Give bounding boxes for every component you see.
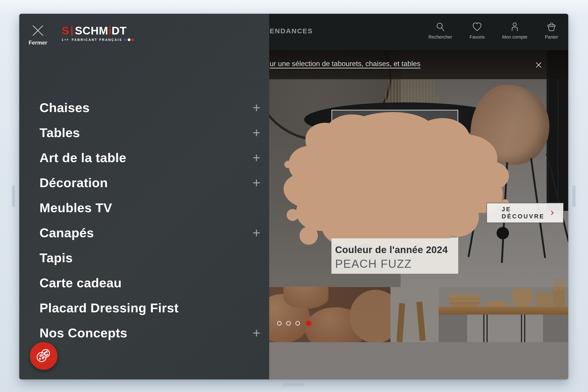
plus-icon[interactable]: + (247, 226, 260, 240)
close-icon[interactable] (30, 23, 46, 38)
navigation-overlay: Fermer S SCHMiDT 1ER FABRICANT FRANÇAIS … (19, 14, 269, 379)
menu-item-placard-dressing-first[interactable]: Placard Dressing First (40, 295, 260, 320)
carousel-dot-1[interactable] (277, 321, 282, 326)
menu-item-canapes[interactable]: Canapés+ (40, 220, 260, 245)
basket-icon (546, 22, 557, 32)
menu-item-label: Tapis (40, 250, 73, 265)
menu-item-meubles-tv[interactable]: Meubles TV (40, 195, 260, 220)
menu-item-label: Tables (40, 125, 80, 140)
plus-icon[interactable]: + (247, 101, 260, 114)
header-action-mon-compte[interactable]: Mon compte (502, 22, 527, 40)
user-icon (510, 22, 520, 32)
swatch-title: Couleur de l'année 2024 (335, 244, 458, 255)
right-scroll-hint (572, 185, 576, 207)
menu-item-label: Placard Dressing First (40, 300, 178, 315)
logo-divider (71, 26, 72, 35)
swatch-card-text-panel: Couleur de l'année 2024 PEACH FUZZ (332, 238, 458, 274)
browser-viewport: ENDANCES RechercherFavorisMon comptePani… (19, 14, 568, 379)
logo-initial: S (62, 24, 69, 37)
header-action-label: Mon compte (502, 34, 527, 40)
header-actions: RechercherFavorisMon comptePanier (428, 22, 558, 40)
close-menu-label[interactable]: Fermer (24, 40, 52, 46)
plus-icon[interactable]: + (247, 126, 260, 140)
cookie-settings-button[interactable] (30, 342, 58, 370)
plus-icon[interactable]: + (247, 326, 260, 340)
menu-item-label: Nos Concepts (40, 326, 128, 340)
tricolor-dots-icon (124, 38, 134, 41)
menu-item-nos-concepts[interactable]: Nos Concepts+ (40, 320, 260, 346)
carousel-dot-3[interactable] (296, 321, 300, 326)
bottom-home-indicator (282, 383, 304, 386)
header-action-panier[interactable]: Panier (545, 22, 558, 40)
menu-item-chaises[interactable]: Chaises+ (40, 95, 260, 120)
heart-icon (472, 22, 482, 32)
carousel-dot-2[interactable] (286, 321, 291, 326)
cta-label: JE DÉCOUVRE (502, 206, 550, 220)
plus-icon[interactable]: + (247, 176, 260, 190)
nav-item-tendances[interactable]: ENDANCES (270, 27, 313, 35)
desktop-background: ENDANCES RechercherFavorisMon comptePani… (0, 0, 588, 392)
peach-paint-splash (267, 107, 513, 254)
promo-banner-link[interactable]: ur une sélection de tabourets, chaises, … (270, 60, 420, 68)
search-icon (435, 22, 446, 32)
menu-item-label: Décoration (40, 175, 108, 190)
menu-item-decoration[interactable]: Décoration+ (40, 170, 260, 195)
cookies-icon (35, 347, 52, 365)
plus-icon[interactable]: + (247, 151, 260, 165)
schmidt-logo[interactable]: S SCHMiDT 1ER FABRICANT FRANÇAIS (62, 24, 134, 42)
carousel-dot-4[interactable] (306, 320, 312, 326)
swatch-subtitle: PEACH FUZZ (335, 257, 458, 270)
je-decouvre-button[interactable]: JE DÉCOUVRE (486, 203, 564, 223)
menu-item-label: Meubles TV (40, 200, 112, 215)
chevron-right-icon (550, 210, 555, 216)
menu-item-label: Art de la table (40, 150, 126, 165)
menu-item-tables[interactable]: Tables+ (40, 120, 260, 145)
menu-item-carte-cadeau[interactable]: Carte cadeau (40, 270, 260, 295)
menu-item-label: Carte cadeau (40, 275, 122, 290)
close-icon[interactable] (535, 61, 542, 69)
header-action-label: Rechercher (428, 34, 452, 40)
left-scroll-hint (12, 185, 15, 207)
logo-tagline: 1ER FABRICANT FRANÇAIS (62, 38, 134, 42)
header-action-label: Favoris (470, 34, 485, 40)
menu-item-label: Chaises (40, 100, 90, 115)
menu-item-label: Canapés (40, 225, 94, 240)
header-action-favoris[interactable]: Favoris (470, 22, 485, 40)
menu-item-tapis[interactable]: Tapis (40, 245, 260, 270)
carousel-dots (277, 320, 312, 326)
header-action-label: Panier (545, 34, 558, 40)
header-action-rechercher[interactable]: Rechercher (428, 22, 452, 40)
logo-wordmark: SCHMiDT (75, 24, 127, 37)
menu-list: Chaises+Tables+Art de la table+Décoratio… (40, 95, 260, 346)
menu-item-art-de-la-table[interactable]: Art de la table+ (40, 145, 260, 170)
